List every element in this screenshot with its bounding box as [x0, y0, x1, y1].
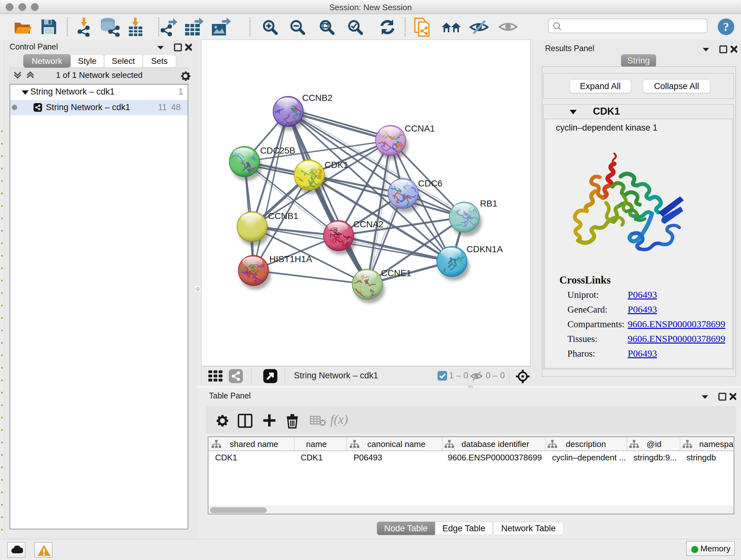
svg-text:CCNB2: CCNB2 [302, 93, 333, 103]
svg-text:CDKN1A: CDKN1A [467, 244, 503, 254]
svg-text:CDK1: CDK1 [325, 160, 348, 170]
svg-text:CCNB1: CCNB1 [268, 211, 298, 221]
svg-text:CCNA1: CCNA1 [405, 124, 435, 133]
svg-text:CCNA2: CCNA2 [353, 219, 384, 229]
svg-text:?: ? [723, 20, 729, 34]
svg-text:CDC25B: CDC25B [260, 145, 295, 155]
svg-text:RB1: RB1 [480, 199, 497, 208]
svg-text:CCNE1: CCNE1 [381, 268, 411, 278]
svg-text:HIST1H1A: HIST1H1A [269, 254, 312, 264]
svg-text:CDC6: CDC6 [418, 179, 442, 188]
